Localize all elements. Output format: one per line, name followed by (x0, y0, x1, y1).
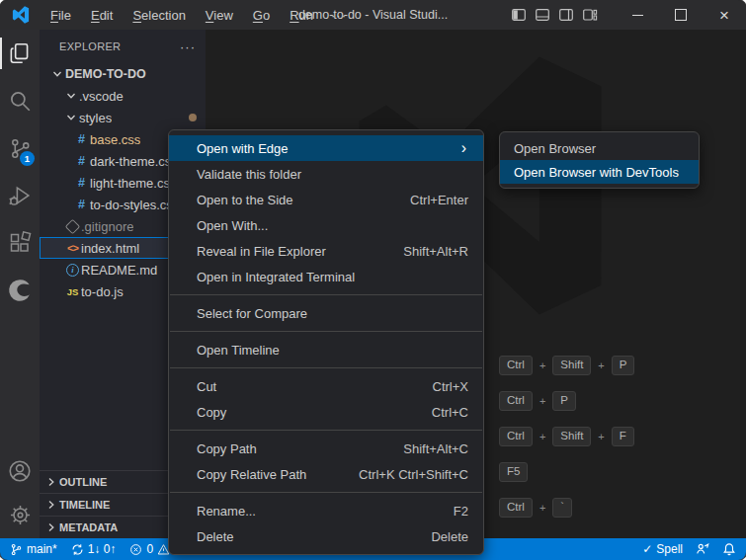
menu-item-select-for-compare[interactable]: Select for Compare (169, 300, 483, 326)
settings-button[interactable] (0, 493, 40, 536)
git-branch-icon (10, 543, 23, 556)
menu-file[interactable]: File (41, 5, 80, 26)
menu-item-open-with[interactable]: Open With... (169, 212, 483, 238)
shortcut-keys-row: F5 (499, 462, 528, 482)
shortcut-keys-row: Ctrl+P (499, 391, 576, 411)
gear-icon (8, 503, 33, 527)
maximize-icon (675, 9, 687, 21)
submenu-item-open-browser[interactable]: Open Browser (500, 136, 699, 160)
customize-layout-icon[interactable] (582, 7, 598, 23)
search-icon (7, 88, 33, 114)
menu-selection[interactable]: Selection (124, 5, 194, 26)
debug-icon (8, 184, 33, 208)
menu-item-copy-relative-path[interactable]: Copy Relative PathCtrl+K Ctrl+Shift+C (169, 461, 483, 487)
close-icon: × (719, 7, 729, 24)
menu-shortcut: Ctrl+K Ctrl+Shift+C (359, 467, 468, 482)
accounts-button[interactable] (0, 449, 40, 493)
error-icon (129, 543, 142, 556)
window-title: demo-to-do - Visual Studi... (298, 8, 448, 22)
plus-separator: + (539, 360, 545, 371)
tree-item-styles[interactable]: styles (40, 107, 206, 128)
context-submenu: Open BrowserOpen Browser with DevTools (499, 131, 700, 189)
extensions-icon (8, 231, 32, 255)
menu-item-rename[interactable]: Rename...F2 (169, 498, 483, 523)
menu-item-copy-path[interactable]: Copy PathShift+Alt+C (169, 436, 483, 461)
plus-separator: + (598, 360, 604, 371)
menu-item-open-in-integrated-terminal[interactable]: Open in Integrated Terminal (169, 264, 483, 289)
key-chip: P (552, 391, 576, 410)
menu-item-copy[interactable]: CopyCtrl+C (169, 399, 483, 425)
vscode-window: FileEditSelectionViewGoRun ··· demo-to-d… (0, 0, 746, 560)
key-chip: F (612, 427, 634, 445)
menu-edit[interactable]: Edit (82, 5, 122, 26)
toggle-primary-sidebar-icon[interactable] (511, 7, 527, 23)
plus-separator: + (598, 431, 604, 442)
activity-explorer[interactable] (0, 30, 40, 77)
menu-shortcut: Shift+Alt+C (403, 441, 468, 456)
menu-item-open-with-edge[interactable]: Open with Edge› (169, 135, 483, 161)
plus-separator: + (539, 395, 545, 407)
problems-status[interactable]: 0 (129, 542, 170, 556)
menu-item-validate-this-folder[interactable]: Validate this folder (169, 161, 483, 187)
shortcut-keys-row: Ctrl+` (499, 498, 572, 518)
chevron-down-icon (49, 69, 65, 79)
chevron-right-icon (43, 500, 59, 510)
menu-shortcut: Delete (431, 529, 468, 544)
activity-search[interactable] (0, 77, 40, 124)
title-bar-right: × (511, 0, 746, 30)
menu-separator (170, 294, 482, 295)
chevron-down-icon (63, 91, 79, 101)
sidebar-title: EXPLORER (59, 40, 121, 52)
menu-shortcut: Ctrl+Enter (410, 193, 468, 207)
tree-item-vscode[interactable]: .vscode (40, 85, 206, 107)
account-icon (7, 458, 33, 484)
submenu-item-open-browser-with-devtools[interactable]: Open Browser with DevTools (500, 160, 699, 184)
spell-status[interactable]: ✓ Spell (642, 542, 683, 556)
sync-count: 1↓ 0↑ (88, 542, 117, 556)
notifications-button[interactable] (722, 542, 736, 556)
branch-name: main* (27, 542, 57, 556)
error-count: 0 (146, 542, 153, 556)
status-bar-right: ✓ Spell (642, 542, 736, 556)
maximize-button[interactable] (659, 0, 703, 30)
menu-go[interactable]: Go (244, 5, 279, 26)
info-icon: i (64, 264, 81, 277)
branch-status[interactable]: main* (10, 542, 57, 556)
sidebar-actions-button[interactable]: ··· (180, 40, 196, 54)
toggle-panel-icon[interactable] (535, 7, 550, 23)
check-icon: ✓ (642, 542, 652, 556)
menu-shortcut: Ctrl+X (433, 379, 468, 394)
key-chip: Ctrl (499, 356, 533, 374)
tree-root-folder[interactable]: DEMO-TO-DO (40, 63, 206, 85)
context-menu: Open with Edge›Validate this folderOpen … (168, 129, 484, 555)
css-icon: # (73, 154, 90, 168)
menu-item-open-to-the-side[interactable]: Open to the SideCtrl+Enter (169, 187, 483, 212)
title-bar: FileEditSelectionViewGoRun ··· demo-to-d… (0, 0, 746, 30)
menu-item-reveal-in-file-explorer[interactable]: Reveal in File ExplorerShift+Alt+R (169, 238, 483, 264)
sidebar-header: EXPLORER ··· (40, 30, 206, 63)
menu-item-delete[interactable]: DeleteDelete (169, 523, 483, 549)
sync-status[interactable]: 1↓ 0↑ (71, 542, 117, 556)
key-chip: P (612, 356, 635, 374)
activity-source-control[interactable]: 1 (0, 124, 40, 172)
js-icon: JS (64, 286, 81, 297)
activity-bar-bottom (0, 449, 40, 536)
source-control-badge: 1 (20, 151, 35, 166)
activity-extensions[interactable] (0, 219, 40, 267)
feedback-button[interactable] (696, 542, 709, 556)
sync-icon (71, 543, 84, 556)
menu-item-open-timeline[interactable]: Open Timeline (169, 337, 483, 362)
menu-item-cut[interactable]: CutCtrl+X (169, 373, 483, 399)
submenu-arrow-icon: › (461, 140, 468, 156)
bell-icon (722, 542, 736, 556)
toggle-secondary-sidebar-icon[interactable] (558, 7, 574, 23)
activity-run-debug[interactable] (0, 172, 40, 219)
minimize-button[interactable] (616, 0, 659, 30)
css-icon: # (73, 132, 90, 146)
close-button[interactable]: × (703, 0, 746, 30)
menu-view[interactable]: View (197, 5, 242, 26)
menu-shortcut: Ctrl+C (432, 405, 468, 420)
files-icon (7, 40, 33, 66)
activity-bar: 1 (0, 30, 40, 538)
activity-edge-tools[interactable] (0, 267, 40, 314)
